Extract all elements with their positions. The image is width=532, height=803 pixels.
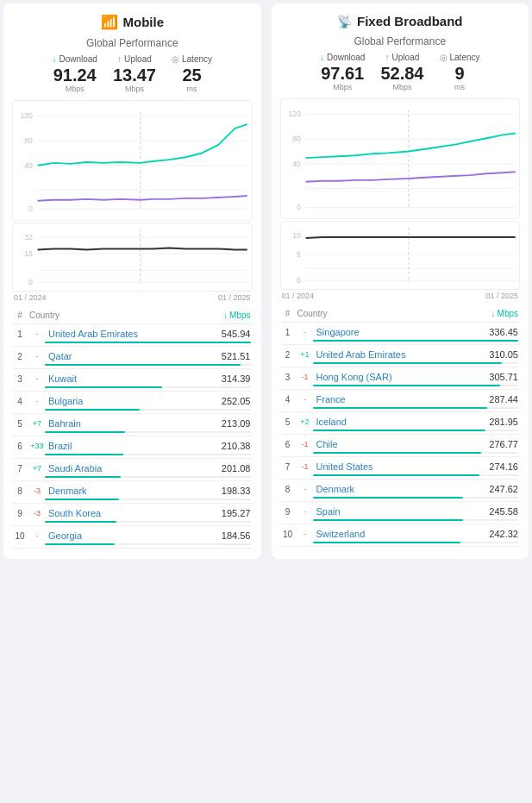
table-row: 5 +7 Bahrain 213.09 bbox=[12, 414, 253, 436]
broadband-latency-unit: ms bbox=[440, 83, 480, 91]
svg-text:16: 16 bbox=[24, 249, 33, 258]
row-bar bbox=[45, 342, 251, 343]
row-value: 545.94 bbox=[222, 329, 251, 339]
bb-latency-icon: ◎ bbox=[440, 53, 448, 62]
row-change: - bbox=[297, 395, 314, 404]
row-country[interactable]: United States bbox=[316, 461, 487, 472]
row-bar bbox=[45, 521, 116, 523]
mobile-latency-value: 25 bbox=[172, 66, 212, 85]
row-country[interactable]: United Arab Emirates bbox=[316, 349, 487, 360]
row-change: - bbox=[28, 352, 46, 361]
row-change: - bbox=[28, 531, 46, 540]
broadband-download-unit: Mbps bbox=[320, 83, 365, 91]
row-country[interactable]: Bahrain bbox=[48, 418, 219, 429]
row-country[interactable]: Iceland bbox=[316, 417, 487, 427]
row-rank: 6 bbox=[282, 440, 294, 449]
mobile-latency-unit: ms bbox=[172, 85, 212, 93]
row-bar bbox=[313, 452, 482, 454]
table-row: 3 - Kuwait 314.39 bbox=[12, 369, 253, 392]
mobile-download-value: 91.24 bbox=[52, 66, 97, 85]
row-country[interactable]: Spain bbox=[316, 506, 487, 517]
row-country[interactable]: France bbox=[316, 394, 487, 405]
row-change: +7 bbox=[28, 464, 46, 473]
mobile-speed-chart: 120 80 40 0 bbox=[12, 100, 253, 221]
row-rank: 4 bbox=[14, 397, 26, 406]
mobile-latency-chart: 32 16 0 bbox=[12, 223, 253, 292]
row-value: 314.39 bbox=[222, 373, 251, 384]
row-bar-container bbox=[313, 430, 519, 431]
row-value: 305.71 bbox=[489, 372, 518, 382]
table-row: 1 - Singapore 336.45 bbox=[280, 323, 521, 345]
row-value: 198.33 bbox=[222, 486, 251, 496]
row-bar bbox=[45, 499, 119, 500]
row-rank: 4 bbox=[282, 395, 294, 405]
row-bar bbox=[45, 386, 162, 388]
row-bar-container bbox=[45, 543, 251, 545]
row-country[interactable]: Kuwait bbox=[48, 373, 219, 384]
row-country[interactable]: Brazil bbox=[48, 441, 219, 451]
upload-icon: ↑ bbox=[117, 54, 122, 64]
table-row: 9 -3 South Korea 195.27 bbox=[12, 504, 253, 526]
svg-text:80: 80 bbox=[24, 136, 33, 145]
row-country[interactable]: Switzerland bbox=[316, 529, 487, 539]
row-rank: 2 bbox=[14, 352, 26, 361]
row-value: 252.05 bbox=[222, 396, 251, 406]
broadband-global-perf: Global Performance bbox=[280, 35, 521, 47]
row-country[interactable]: Bulgaria bbox=[48, 396, 219, 406]
row-value: 245.58 bbox=[489, 506, 518, 517]
broadband-download-value: 97.61 bbox=[320, 64, 365, 83]
row-rank: 8 bbox=[282, 485, 294, 494]
row-change: +2 bbox=[297, 417, 314, 426]
broadband-latency-value: 9 bbox=[440, 64, 480, 83]
row-change: -3 bbox=[28, 486, 46, 495]
row-value: 210.38 bbox=[222, 441, 251, 451]
row-bar bbox=[45, 543, 115, 545]
row-country[interactable]: Saudi Arabia bbox=[48, 463, 219, 474]
row-value: 276.77 bbox=[489, 439, 518, 449]
row-change: +1 bbox=[297, 350, 314, 359]
table-row: 10 - Georgia 184.56 bbox=[12, 526, 253, 549]
mobile-latency: ◎ Latency 25 ms bbox=[172, 54, 212, 93]
row-rank: 1 bbox=[14, 329, 26, 339]
broadband-upload-unit: Mbps bbox=[380, 83, 423, 91]
svg-text:32: 32 bbox=[24, 233, 33, 242]
row-bar-container bbox=[313, 497, 519, 499]
row-value: 521.51 bbox=[222, 351, 251, 361]
row-country[interactable]: Chile bbox=[316, 439, 487, 449]
row-country[interactable]: Denmark bbox=[316, 484, 487, 494]
row-rank: 3 bbox=[282, 373, 294, 382]
row-country[interactable]: United Arab Emirates bbox=[48, 329, 219, 339]
table-row: 9 - Spain 245.58 bbox=[280, 502, 521, 524]
row-bar bbox=[313, 385, 500, 386]
row-country[interactable]: Georgia bbox=[48, 530, 219, 541]
mobile-table: 1 - United Arab Emirates 545.94 2 - Qata… bbox=[12, 324, 253, 549]
mobile-global-perf: Global Performance bbox=[12, 37, 253, 49]
row-bar-container bbox=[313, 519, 519, 521]
row-bar-container bbox=[45, 431, 251, 433]
row-rank: 10 bbox=[14, 531, 26, 541]
row-country[interactable]: Singapore bbox=[316, 327, 487, 337]
row-value: 287.44 bbox=[489, 394, 518, 405]
broadband-speed-chart: 120 80 40 0 bbox=[280, 98, 521, 219]
table-row: 5 +2 Iceland 281.95 bbox=[280, 412, 521, 435]
row-country[interactable]: Denmark bbox=[48, 486, 219, 496]
row-bar-container bbox=[45, 454, 251, 455]
row-change: - bbox=[28, 397, 46, 405]
row-country[interactable]: Hong Kong (SAR) bbox=[316, 372, 487, 382]
broadband-upload: ↑ Upload 52.84 Mbps bbox=[380, 53, 423, 91]
broadband-latency-chart: 10 5 0 bbox=[280, 221, 521, 290]
row-country[interactable]: South Korea bbox=[48, 508, 219, 518]
row-value: 310.05 bbox=[489, 349, 518, 360]
broadband-panel: 📡 Fixed Broadband Global Performance ↓ D… bbox=[272, 3, 529, 559]
svg-text:40: 40 bbox=[24, 161, 33, 170]
row-bar bbox=[313, 430, 485, 431]
row-bar bbox=[45, 431, 125, 433]
row-bar bbox=[313, 519, 463, 521]
row-change: - bbox=[297, 507, 314, 516]
row-change: +7 bbox=[28, 419, 46, 428]
row-value: 184.56 bbox=[222, 530, 251, 541]
row-bar-container bbox=[45, 364, 251, 366]
row-bar-container bbox=[313, 407, 519, 409]
row-country[interactable]: Qatar bbox=[48, 351, 219, 361]
table-row: 2 - Qatar 521.51 bbox=[12, 347, 253, 369]
